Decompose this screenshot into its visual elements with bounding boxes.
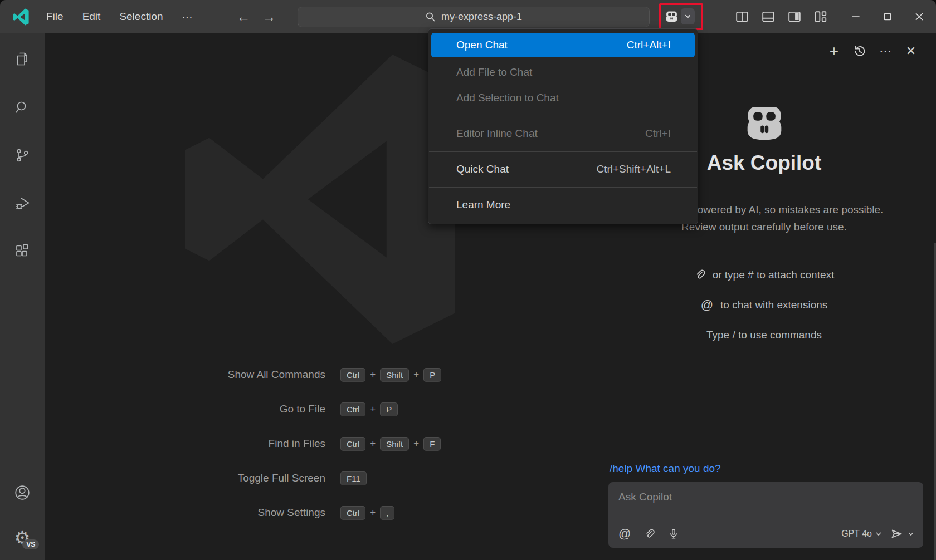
keycap: P — [380, 402, 398, 416]
shortcut-row: Go to File Ctrl + P — [103, 392, 459, 426]
keycap: Shift — [380, 368, 409, 382]
explorer-icon[interactable] — [13, 51, 31, 68]
account-icon[interactable] — [13, 484, 31, 502]
activity-bar: ⚙ VS — [0, 33, 45, 560]
extensions-icon[interactable] — [13, 242, 31, 260]
menu-separator — [429, 151, 697, 152]
menu-item-add-selection-to-chat: Add Selection to Chat — [428, 85, 698, 111]
menubar: File Edit Selection ··· — [38, 0, 201, 33]
vscode-watermark-logo — [172, 50, 468, 348]
menu-item-quick-chat[interactable]: Quick Chat Ctrl+Shift+Alt+L — [428, 156, 698, 182]
maximize-button[interactable] — [880, 9, 895, 24]
keycap: Ctrl — [340, 368, 365, 382]
chat-history-icon[interactable] — [852, 43, 867, 59]
hint-commands: Type / to use commands — [706, 327, 822, 343]
microphone-button[interactable] — [668, 528, 679, 539]
more-actions-icon[interactable]: ⋯ — [878, 43, 893, 59]
chevron-down-icon — [684, 13, 691, 20]
menu-separator — [429, 187, 697, 188]
menu-shortcut: Ctrl+Alt+I — [627, 39, 671, 51]
shortcut-row: Toggle Full Screen F11 — [103, 461, 459, 495]
vscode-window: File Edit Selection ··· ← → my-express-a… — [0, 0, 936, 560]
menu-item-learn-more[interactable]: Learn More — [428, 192, 698, 218]
toggle-secondary-sidebar-icon[interactable] — [787, 9, 802, 24]
new-chat-icon[interactable]: + — [826, 43, 842, 59]
chevron-down-icon — [908, 530, 914, 537]
attach-context-button[interactable] — [644, 529, 655, 539]
customize-layout-icon[interactable] — [813, 9, 828, 24]
keycap: , — [380, 506, 394, 520]
shortcut-row: Show All Commands Ctrl + Shift + P — [103, 357, 459, 392]
workspace-name: my-express-app-1 — [441, 11, 522, 23]
keycap: P — [423, 368, 441, 382]
close-panel-icon[interactable]: ✕ — [903, 43, 919, 59]
hint-mention: @ to chat with extensions — [701, 297, 828, 313]
shortcut-row: Show Settings Ctrl + , — [103, 495, 459, 530]
forward-button[interactable]: → — [262, 9, 276, 25]
menu-file[interactable]: File — [38, 8, 72, 26]
watermark-shortcuts: Show All Commands Ctrl + Shift + P Go to… — [103, 357, 459, 530]
keycap: Ctrl — [340, 402, 365, 416]
keycap: Ctrl — [340, 437, 365, 451]
search-sidebar-icon[interactable] — [13, 99, 31, 116]
keycap: Ctrl — [340, 506, 365, 520]
help-command-link[interactable]: /help What can you do? — [610, 463, 721, 475]
menu-selection[interactable]: Selection — [111, 8, 171, 26]
chat-hints: or type # to attach context @ to chat wi… — [592, 267, 936, 343]
mention-icon: @ — [701, 299, 713, 311]
menu-separator — [429, 116, 697, 116]
panel-scrollbar[interactable] — [934, 243, 936, 560]
chevron-down-icon — [875, 530, 882, 537]
copilot-dropdown-chevron[interactable] — [681, 8, 695, 24]
back-button[interactable]: ← — [236, 9, 251, 25]
hint-attach: or type # to attach context — [694, 267, 835, 283]
copilot-dropdown-menu: Open Chat Ctrl+Alt+I Add File to Chat Ad… — [428, 28, 698, 224]
send-button[interactable] — [890, 527, 914, 541]
keycap: Shift — [380, 437, 409, 451]
vscode-logo-icon — [12, 8, 30, 26]
search-icon — [425, 12, 436, 22]
command-center-search[interactable]: my-express-app-1 — [298, 7, 650, 27]
settings-gear-icon[interactable]: ⚙ VS — [14, 529, 31, 547]
run-debug-icon[interactable] — [13, 194, 31, 212]
send-plane-icon — [890, 527, 903, 541]
menu-item-open-chat[interactable]: Open Chat Ctrl+Alt+I — [431, 33, 695, 57]
chat-input-placeholder: Ask Copilot — [618, 491, 672, 503]
minimize-button[interactable] — [848, 9, 864, 24]
menu-shortcut: Ctrl+Shift+Alt+L — [596, 163, 671, 175]
mention-button[interactable]: @ — [618, 528, 631, 540]
settings-badge: VS — [22, 539, 39, 549]
menu-item-editor-inline-chat: Editor Inline Chat Ctrl+I — [428, 121, 698, 146]
shortcut-row: Find in Files Ctrl + Shift + F — [103, 426, 459, 461]
model-picker[interactable]: GPT 4o — [841, 529, 882, 539]
menu-edit[interactable]: Edit — [74, 8, 109, 26]
source-control-icon[interactable] — [13, 146, 31, 164]
copilot-menu-button[interactable] — [664, 8, 695, 24]
paperclip-icon — [694, 269, 705, 281]
menu-shortcut: Ctrl+I — [645, 127, 671, 140]
toggle-panel-icon[interactable] — [761, 9, 776, 24]
toggle-sidebar-icon[interactable] — [735, 9, 749, 24]
copilot-icon — [664, 9, 679, 24]
menu-overflow[interactable]: ··· — [174, 8, 201, 26]
chat-input-box[interactable]: Ask Copilot @ — [608, 482, 923, 548]
keycap: F11 — [340, 471, 367, 485]
menu-item-add-file-to-chat: Add File to Chat — [428, 60, 698, 85]
keycap: F — [423, 437, 441, 451]
close-window-button[interactable] — [911, 9, 927, 24]
